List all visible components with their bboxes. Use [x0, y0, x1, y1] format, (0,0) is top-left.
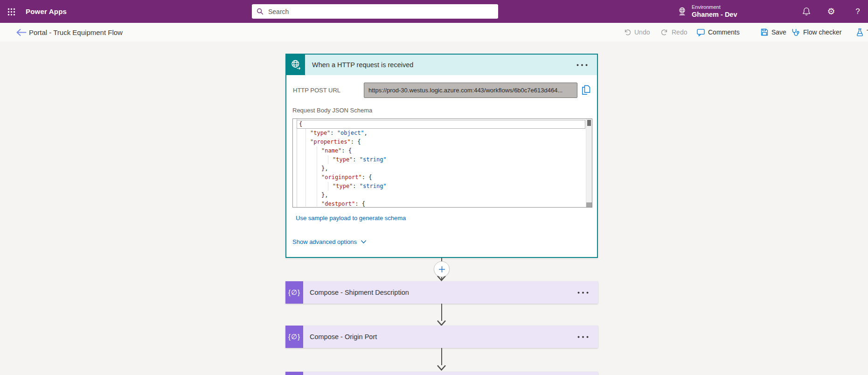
gear-icon: ⚙: [827, 6, 835, 17]
compose-icon: {∅}: [288, 288, 300, 297]
help-button[interactable]: ?: [850, 0, 866, 23]
action-menu-button[interactable]: [576, 289, 590, 297]
command-bar: Portal - Truck Equipment Flow Undo Redo …: [0, 23, 868, 42]
waffle-icon: [7, 8, 15, 16]
copy-icon: [582, 85, 590, 95]
redo-button[interactable]: Redo: [661, 23, 687, 42]
back-button[interactable]: [14, 27, 28, 38]
trigger-menu-button[interactable]: [576, 61, 589, 69]
http-post-url-label: HTTP POST URL: [293, 87, 340, 94]
save-icon: [761, 28, 768, 36]
search-icon: [257, 8, 264, 15]
chevron-down-icon: [361, 240, 367, 244]
editor-scrollbar[interactable]: [586, 119, 592, 207]
redo-label: Redo: [672, 28, 687, 36]
undo-button[interactable]: Undo: [624, 23, 650, 42]
flow-checker-button[interactable]: Flow checker: [792, 23, 841, 42]
redo-icon: [661, 28, 668, 36]
http-request-icon: [290, 59, 302, 71]
connector-line: [441, 348, 442, 365]
environment-icon: [677, 7, 687, 16]
save-label: Save: [771, 28, 786, 36]
schema-editor-code[interactable]: {"type": "object","properties": {"name":…: [293, 119, 586, 207]
ellipsis-icon: [576, 64, 588, 66]
ellipsis-icon: [577, 292, 589, 294]
editor-scrollbar-grip: [586, 202, 592, 207]
test-flask-icon: [856, 28, 863, 36]
undo-icon: [624, 28, 631, 36]
back-arrow-icon: [16, 28, 27, 36]
flow-designer-screen: Power Apps Environment Ghanem - Dev: [0, 0, 868, 375]
action-menu-button[interactable]: [576, 333, 590, 341]
show-advanced-options-label: Show advanced options: [292, 238, 357, 245]
test-button[interactable]: Test: [856, 23, 868, 42]
flow-checker-icon: [792, 28, 800, 36]
flow-canvas: When a HTTP request is received HTTP POS…: [0, 42, 868, 375]
global-search[interactable]: [252, 4, 498, 19]
trigger-card-header[interactable]: When a HTTP request is received: [286, 55, 597, 75]
editor-scrollbar-thumb[interactable]: [587, 120, 591, 126]
connector-line: [441, 304, 442, 321]
action-title: Compose - Origin Port: [310, 333, 377, 340]
compose-icon-square: {∅}: [285, 281, 303, 304]
ellipsis-icon: [577, 336, 589, 338]
action-card-partial[interactable]: [285, 372, 598, 375]
waffle-menu-icon[interactable]: [5, 5, 18, 18]
compose-icon-square: [285, 372, 303, 375]
bell-icon: [802, 7, 811, 16]
schema-editor[interactable]: {"type": "object","properties": {"name":…: [292, 118, 592, 208]
action-card-compose-shipment-description[interactable]: {∅} Compose - Shipment Description: [285, 281, 598, 304]
undo-label: Undo: [634, 28, 650, 36]
http-post-url-input[interactable]: [364, 83, 577, 98]
help-icon: ?: [855, 7, 860, 16]
insert-step-button[interactable]: [434, 261, 450, 277]
http-request-icon-square: [286, 55, 305, 75]
settings-button[interactable]: ⚙: [823, 0, 839, 23]
copy-url-button[interactable]: [582, 85, 590, 97]
flow-title: Portal - Truck Equipment Flow: [29, 23, 123, 42]
show-advanced-options-link[interactable]: Show advanced options: [292, 238, 367, 245]
use-sample-payload-link[interactable]: Use sample payload to generate schema: [296, 215, 406, 222]
app-bar: Power Apps Environment Ghanem - Dev: [0, 0, 868, 23]
trigger-card-http-request: When a HTTP request is received HTTP POS…: [285, 54, 598, 258]
action-title: Compose - Shipment Description: [310, 289, 409, 296]
compose-icon-square: {∅}: [285, 326, 303, 348]
save-button[interactable]: Save: [761, 23, 786, 42]
search-input[interactable]: [268, 8, 493, 15]
plus-icon: [438, 266, 445, 273]
compose-icon: {∅}: [288, 333, 300, 341]
comments-icon: [697, 28, 705, 36]
flow-checker-label: Flow checker: [803, 28, 841, 36]
comments-label: Comments: [708, 28, 740, 36]
trigger-title: When a HTTP request is received: [312, 61, 413, 69]
product-title: Power Apps: [26, 0, 67, 23]
environment-label: Environment: [692, 4, 737, 11]
action-card-compose-origin-port[interactable]: {∅} Compose - Origin Port: [285, 326, 598, 348]
comments-button[interactable]: Comments: [697, 23, 740, 42]
environment-name: Ghanem - Dev: [692, 10, 737, 19]
schema-label: Request Body JSON Schema: [292, 107, 372, 114]
notifications-button[interactable]: [799, 0, 814, 23]
environment-switcher[interactable]: Environment Ghanem - Dev: [677, 0, 737, 23]
